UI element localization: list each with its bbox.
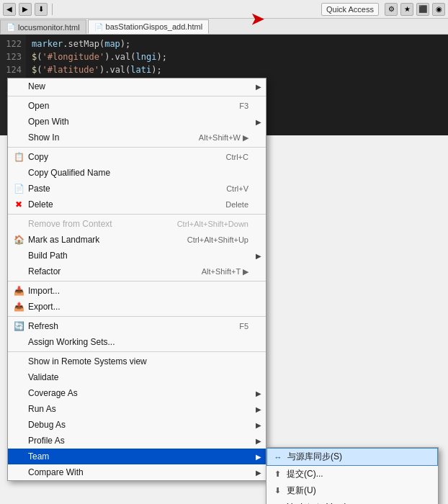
menu-item-remove-context[interactable]: Remove from Context Ctrl+Alt+Shift+Down — [8, 216, 266, 232]
menu-sep-1 — [8, 96, 266, 96]
submenu-item-update-version[interactable]: Update to Version... — [266, 499, 438, 504]
menu-item-show-remote[interactable]: Show in Remote Systems view — [8, 354, 266, 369]
menu-item-refresh[interactable]: 🔄 Refresh F5 — [8, 318, 266, 334]
debug-arrow: ▶ — [256, 421, 261, 429]
team-arrow: ▶ — [256, 453, 261, 461]
submenu-item-sync[interactable]: ↔ 与源库同步(S) — [266, 448, 438, 466]
menu-item-team[interactable]: Team ▶ ↔ 与源库同步(S) ⬆ 提交(C)... ⬇ 更新(U) Upd… — [8, 449, 266, 464]
landmark-icon: 🏠 — [12, 233, 25, 246]
toolbar-separator — [52, 4, 53, 15]
menu-item-run-as[interactable]: Run As ▶ — [8, 401, 266, 417]
menu-item-debug-as[interactable]: Debug As ▶ — [8, 417, 266, 433]
menu-item-paste[interactable]: 📄 Paste Ctrl+V — [8, 181, 266, 197]
menu-item-delete[interactable]: ✖ Delete Delete — [8, 197, 266, 212]
menu-item-open[interactable]: Open F3 — [8, 98, 266, 114]
quick-access-label: Quick Access — [321, 3, 379, 16]
menu-item-show-in[interactable]: Show In Alt+Shift+W ▶ — [8, 130, 266, 145]
menu-item-new[interactable]: New ▶ — [8, 78, 266, 94]
sync-icon: ↔ — [272, 451, 285, 464]
new-icon — [12, 80, 25, 93]
build-path-arrow: ▶ — [256, 252, 261, 260]
submenu-item-commit[interactable]: ⬆ 提交(C)... — [266, 466, 438, 482]
menu-item-open-with[interactable]: Open With ▶ — [8, 114, 266, 130]
menu-item-import[interactable]: 📥 Import... — [8, 283, 266, 299]
copy-icon: 📋 — [12, 150, 25, 163]
menu-item-compare-with[interactable]: Compare With ▶ — [8, 464, 266, 480]
menu-item-export[interactable]: 📤 Export... — [8, 299, 266, 315]
run-arrow: ▶ — [256, 405, 261, 413]
paste-icon: 📄 — [12, 182, 25, 195]
forward-button[interactable]: ▶ — [19, 3, 32, 16]
menu-sep-5 — [8, 316, 266, 317]
menu-item-mark-landmark[interactable]: 🏠 Mark as Landmark Ctrl+Alt+Shift+Up — [8, 232, 266, 248]
refresh-icon: 🔄 — [12, 320, 25, 333]
menu-sep-6 — [8, 351, 266, 352]
open-with-arrow: ▶ — [256, 118, 261, 126]
menu-item-validate[interactable]: Validate — [8, 369, 266, 385]
compare-arrow: ▶ — [256, 469, 261, 477]
back-button[interactable]: ◀ — [3, 3, 16, 16]
commit-icon: ⬆ — [271, 468, 284, 481]
toolbar-icon-4[interactable]: ◉ — [432, 3, 445, 16]
menu-item-copy[interactable]: 📋 Copy Ctrl+C — [8, 149, 266, 165]
toolbar-icon-2[interactable]: ★ — [400, 3, 413, 16]
menu-item-coverage-as[interactable]: Coverage As ▶ — [8, 385, 266, 401]
tab-locusmonitor[interactable]: 📄 locusmonitor.html — [0, 19, 86, 34]
context-menu: New ▶ Open F3 Open With ▶ Show In Alt+Sh… — [7, 78, 266, 481]
menu-item-assign-working[interactable]: Assign Working Sets... — [8, 334, 266, 350]
import-icon: 📥 — [12, 284, 25, 297]
menu-item-build-path[interactable]: Build Path ▶ — [8, 248, 266, 264]
arrow-icon: ▶ — [256, 83, 261, 91]
toolbar-icon-3[interactable]: ⬛ — [416, 3, 429, 16]
team-submenu: ↔ 与源库同步(S) ⬆ 提交(C)... ⬇ 更新(U) Update to … — [266, 447, 439, 504]
menu-sep-2 — [8, 147, 266, 148]
update-icon: ⬇ — [271, 485, 284, 498]
menu-item-refactor[interactable]: Refactor Alt+Shift+T ▶ — [8, 264, 266, 279]
menu-item-profile-as[interactable]: Profile As ▶ — [8, 433, 266, 449]
coverage-arrow: ▶ — [256, 390, 261, 397]
menu-sep-4 — [8, 281, 266, 282]
toolbar: ◀ ▶ ⬇ Quick Access ⚙ ★ ⬛ ◉ — [0, 0, 448, 19]
export-icon: 📤 — [12, 300, 25, 313]
red-arrow-indicator: ➤ — [251, 10, 264, 29]
toolbar-icon-1[interactable]: ⚙ — [385, 3, 398, 16]
tab-basstation[interactable]: 📄 basStationGispos_add.html — [88, 19, 210, 34]
submenu-item-update[interactable]: ⬇ 更新(U) — [266, 482, 438, 499]
menu-sep-3 — [8, 214, 266, 215]
delete-icon: ✖ — [12, 198, 25, 211]
nav-button[interactable]: ⬇ — [35, 3, 48, 16]
profile-arrow: ▶ — [256, 437, 261, 445]
tab-bar: 📄 locusmonitor.html 📄 basStationGispos_a… — [0, 19, 448, 35]
menu-item-copy-qualified[interactable]: Copy Qualified Name — [8, 165, 266, 181]
